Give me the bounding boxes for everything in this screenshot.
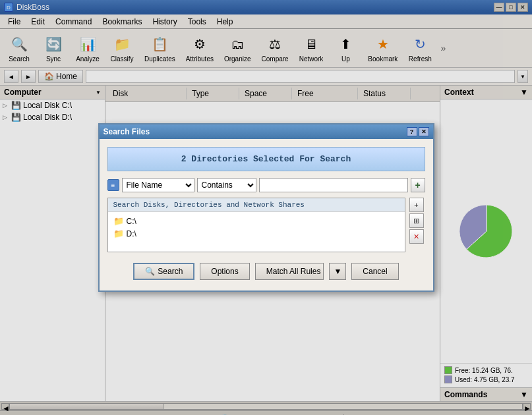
cancel-button[interactable]: Cancel <box>351 263 398 280</box>
dir-item-c[interactable]: 📁 C:\ <box>111 215 402 227</box>
filter-condition-select[interactable]: Contains Equals Starts With Ends With <box>197 178 256 192</box>
search-btn-icon: 🔍 <box>145 267 155 276</box>
options-btn-label: Options <box>211 267 238 276</box>
dialog-overlay: Search Files ? ✕ 2 Directories Selected … <box>0 0 532 415</box>
match-dropdown-button[interactable]: ▼ <box>329 263 346 280</box>
dir-remove-button[interactable]: ✕ <box>409 229 424 244</box>
dialog-title-bar: Search Files ? ✕ <box>100 124 433 139</box>
folder-d-icon: 📁 <box>113 229 124 238</box>
dialog-title: Search Files <box>103 127 150 136</box>
filter-field-select[interactable]: File Name Extension Size Date <box>122 178 194 192</box>
dialog-header-text: 2 Directories Selected For Search <box>181 154 351 164</box>
filter-icon: ≡ <box>107 179 119 191</box>
dir-box-header: Search Disks, Directories and Network Sh… <box>108 198 405 212</box>
dialog-footer: 🔍 Search Options Match All Rules ▼ Cance… <box>107 258 425 283</box>
dialog-title-icons: ? ✕ <box>407 127 429 136</box>
dialog-body: 2 Directories Selected For Search ≡ File… <box>100 139 433 290</box>
dir-add-button[interactable]: + <box>409 198 424 212</box>
dir-box-container: Search Disks, Directories and Network Sh… <box>107 198 405 252</box>
add-filter-button[interactable]: + <box>411 178 425 192</box>
search-button[interactable]: 🔍 Search <box>133 263 194 280</box>
dir-box: Search Disks, Directories and Network Sh… <box>107 198 405 252</box>
dialog-close-button[interactable]: ✕ <box>419 127 429 136</box>
dropdown-arrow: ▼ <box>334 267 341 276</box>
dir-grid-button[interactable]: ⊞ <box>409 213 424 228</box>
dialog-help-button[interactable]: ? <box>407 127 417 136</box>
dir-c-label: C:\ <box>127 217 136 226</box>
dir-side-buttons: + ⊞ ✕ <box>409 198 424 244</box>
folder-c-icon: 📁 <box>113 216 124 226</box>
match-all-button[interactable]: Match All Rules <box>255 263 324 280</box>
search-btn-label: Search <box>158 267 183 276</box>
filter-value-input[interactable] <box>259 178 408 192</box>
cancel-label: Cancel <box>363 267 387 276</box>
dir-d-label: D:\ <box>127 229 136 238</box>
filter-row: ≡ File Name Extension Size Date Contains… <box>107 178 425 192</box>
dialog-header-box: 2 Directories Selected For Search <box>107 147 425 171</box>
dir-list: 📁 C:\ 📁 D:\ <box>108 212 405 252</box>
options-button[interactable]: Options <box>200 263 249 280</box>
match-all-label: Match All Rules <box>266 267 321 276</box>
dir-item-d[interactable]: 📁 D:\ <box>111 227 402 240</box>
search-dialog: Search Files ? ✕ 2 Directories Selected … <box>98 123 434 292</box>
